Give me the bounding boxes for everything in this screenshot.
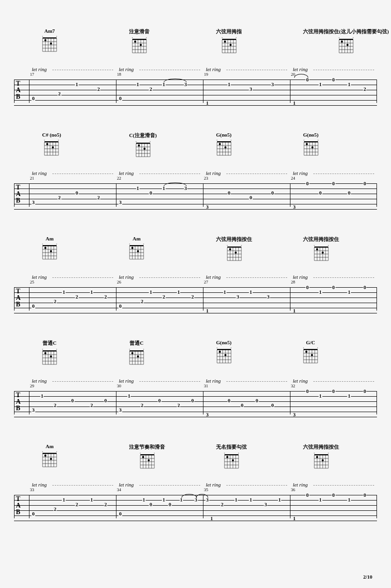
chord-diagram: × × xyxy=(44,139,59,158)
chord-row: 普通C × × 普通C × × G(no5) xyxy=(14,340,377,376)
chord-block: C(注意滑音) × × xyxy=(129,132,157,159)
tab-note: 2 xyxy=(104,502,108,507)
barline xyxy=(377,80,377,103)
chord-name: Am7 xyxy=(44,28,55,34)
chord-diagram: × × xyxy=(42,450,57,469)
svg-text:×: × xyxy=(129,243,130,245)
tab-note: 0 xyxy=(32,511,36,516)
tab-note: 2 xyxy=(149,87,153,91)
svg-point-14 xyxy=(44,39,46,41)
chord-block: 无名指要勾弦 × × xyxy=(216,443,247,471)
chord-diagram: × × xyxy=(314,244,329,263)
svg-point-207 xyxy=(50,356,52,357)
tab-note: 1 xyxy=(249,290,253,294)
tab-note: 0 xyxy=(255,398,259,403)
svg-point-110 xyxy=(218,143,220,145)
tab-note: 3 xyxy=(206,204,210,209)
tab-staff: TAB0212012131133101012 xyxy=(14,76,377,109)
let-ring-text: let ring xyxy=(293,170,308,176)
tab-note: 2 xyxy=(53,299,57,304)
tab-note: 3 xyxy=(119,407,123,412)
svg-text:×: × xyxy=(56,348,57,350)
let-ring-dash xyxy=(313,381,374,382)
chord-diagram: × × xyxy=(304,139,319,158)
chord-diagram: × × xyxy=(42,348,57,367)
tab-note: 1 xyxy=(234,497,238,502)
tab-note: 1 xyxy=(348,393,351,398)
let-ring-dash xyxy=(139,277,200,278)
let-ring-text: let ring xyxy=(32,274,47,280)
tab-note: 0 xyxy=(305,285,309,290)
svg-point-206 xyxy=(44,352,46,354)
chord-row: Am × × Am × × 六弦用拇指按住 xyxy=(14,236,377,272)
tab-note: 0 xyxy=(363,181,367,186)
chord-name: Am xyxy=(45,443,53,449)
svg-text:×: × xyxy=(56,35,57,37)
chord-block: Am × × xyxy=(42,236,57,261)
barline xyxy=(29,183,29,207)
chord-name: 无名指要勾弦 xyxy=(216,443,247,450)
svg-point-190 xyxy=(316,248,318,250)
system-3: Am × × Am × × 六弦用拇指按住 xyxy=(14,236,377,317)
barline xyxy=(29,495,29,518)
annotation-row: let ring17let ring18let ring19let ring20 xyxy=(14,66,377,76)
tab-lines xyxy=(14,80,377,106)
system-2: C# (no5) × × C(注意滑音) × × G(no5) xyxy=(14,132,377,213)
chord-block: Am7 × × xyxy=(42,28,57,54)
tab-note: 3 xyxy=(119,200,123,204)
svg-point-15 xyxy=(50,43,52,44)
tab-staff: TAB02121201010131321131101010 xyxy=(14,491,377,525)
tab-note: 0 xyxy=(104,398,108,403)
barline xyxy=(203,183,203,207)
annotation-row: let ring25let ring26let ring27let ring28 xyxy=(14,274,377,283)
tab-note: 0 xyxy=(149,502,153,507)
svg-point-63 xyxy=(346,44,348,46)
barline xyxy=(29,391,29,414)
chord-diagram: × × xyxy=(42,243,57,261)
svg-point-302 xyxy=(226,456,228,458)
svg-text:×: × xyxy=(304,139,305,141)
chord-name: G(no5) xyxy=(303,132,319,138)
svg-text:×: × xyxy=(56,243,57,245)
chord-block: 注意节奏和滑音 × × xyxy=(129,443,165,471)
annotation-row: let ring33let ring34let ring35let ring36 xyxy=(14,482,377,491)
tab-note: 2 xyxy=(191,294,195,299)
barline xyxy=(29,287,29,311)
tab-note: 2 xyxy=(58,91,61,96)
let-ring-dash xyxy=(313,174,374,174)
svg-text:×: × xyxy=(314,452,315,454)
svg-text:×: × xyxy=(42,35,43,37)
chord-block: G(no5) × × xyxy=(216,340,232,365)
barline xyxy=(116,495,116,518)
barline xyxy=(290,183,290,207)
svg-point-143 xyxy=(50,250,52,252)
annotation-row: let ring21let ring22let ring23let ring24 xyxy=(14,170,377,180)
chord-diagram: × × xyxy=(129,243,144,261)
tab-clef: TAB xyxy=(16,288,21,308)
tab-note: 1 xyxy=(293,308,297,313)
tab-note: 1 xyxy=(206,101,210,105)
let-ring-dash xyxy=(313,485,374,486)
svg-point-222 xyxy=(131,352,133,354)
chord-diagram: × × xyxy=(217,139,232,158)
svg-text:×: × xyxy=(143,348,144,350)
let-ring-dash xyxy=(226,70,287,70)
system-1: Am7 × × 注意滑音 × × 六弦用拇指 xyxy=(14,28,377,109)
let-ring-text: let ring xyxy=(32,66,47,72)
chord-block: G/C × × xyxy=(303,340,318,365)
tab-note: 3 xyxy=(293,412,297,417)
svg-text:×: × xyxy=(230,347,231,349)
tab-note: 3 xyxy=(184,82,188,87)
barline xyxy=(116,80,116,103)
tab-note: 0 xyxy=(332,285,335,290)
tab-note: 2 xyxy=(97,87,101,91)
tab-note: 3 xyxy=(267,294,270,299)
let-ring-dash xyxy=(139,174,200,174)
tab-note: 3 xyxy=(271,82,275,87)
barline xyxy=(377,495,377,518)
tab-lines xyxy=(14,287,377,313)
tab-note: 0 xyxy=(332,389,335,393)
tab-note: 1 xyxy=(90,497,94,502)
svg-point-239 xyxy=(224,354,226,356)
tab-note: 0 xyxy=(75,190,79,195)
